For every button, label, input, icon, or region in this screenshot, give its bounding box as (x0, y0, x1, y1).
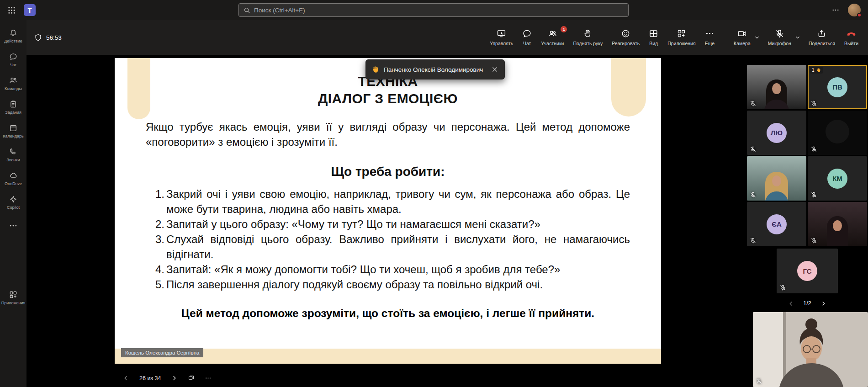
raise-hand-button[interactable]: Поднять руку (569, 26, 607, 49)
microphone-button[interactable]: Микрофон (764, 26, 795, 49)
sidebar-item-onedrive[interactable]: OneDrive (0, 166, 26, 190)
search-input[interactable] (254, 7, 624, 14)
participant-tile-raised-hand[interactable]: 1 ПВ (808, 65, 867, 109)
mic-muted-icon (775, 29, 784, 38)
mic-muted-icon (750, 146, 757, 153)
participant-initials: ЛЮ (767, 123, 787, 143)
slide-grid-icon[interactable] (188, 375, 195, 382)
toast-close-icon[interactable] (490, 65, 499, 74)
apps-button[interactable]: Приложения (663, 26, 699, 49)
previous-page-icon[interactable] (788, 301, 794, 307)
slide-step: Після завершення діалогу подякуй своєму … (157, 277, 630, 292)
mic-muted-icon (779, 284, 786, 291)
search-icon (243, 7, 250, 14)
participants-panel: 1 ПВ ЛЮ КМ (746, 55, 868, 387)
participant-initials: КМ (827, 169, 847, 189)
leave-button[interactable]: Выйти (840, 26, 863, 49)
mic-muted-icon (810, 237, 817, 244)
mic-muted-icon (750, 237, 757, 244)
slide-step: Запитай: «Як я можу допомогти тобі? Що т… (157, 262, 630, 277)
sidebar-item-apps[interactable]: Приложения (0, 286, 26, 309)
calls-icon (9, 147, 18, 156)
participant-tile[interactable]: ЄА (747, 202, 806, 246)
camera-button[interactable]: Камера (730, 26, 755, 49)
chat-button[interactable]: Чат (518, 26, 536, 49)
react-button[interactable]: Реагировать (608, 26, 644, 49)
mic-muted-icon (810, 191, 817, 198)
shared-content-stage: ТЕХНІКА ДІАЛОГ З ЕМОЦІЄЮ Якщо турбує яка… (26, 55, 746, 387)
sidebar-item-calendar[interactable]: Календарь (0, 119, 26, 143)
mic-muted-icon (810, 100, 817, 107)
camera-icon (737, 29, 747, 38)
mic-muted-icon (810, 146, 817, 153)
slide-step: Слухай відповіді цього образу. Важливо п… (157, 232, 630, 262)
sidebar-item-teams[interactable]: Команды (0, 71, 26, 95)
participant-tile[interactable] (808, 111, 867, 155)
participant-tile[interactable]: КМ (808, 156, 867, 201)
shield-icon (34, 33, 42, 42)
app-launcher-icon[interactable] (0, 6, 23, 14)
participants-button[interactable]: 1 Участники (537, 26, 568, 49)
sidebar-item-more[interactable] (0, 214, 26, 238)
grid-pagination: 1/2 (746, 300, 868, 307)
sidebar-item-assignments[interactable]: Задания (0, 95, 26, 119)
page-indicator: 1/2 (803, 300, 811, 307)
presentation-slide: ТЕХНІКА ДІАЛОГ З ЕМОЦІЄЮ Якщо турбує яка… (115, 58, 661, 364)
share-button[interactable]: Поделиться (804, 26, 839, 49)
sidebar-item-calls[interactable]: Звонки (0, 143, 26, 166)
self-video-tile[interactable] (753, 312, 868, 387)
participant-tile[interactable] (747, 156, 806, 201)
calendar-icon (9, 123, 18, 133)
meeting-toolbar: 56:53 Управлять Чат 1 Участники Поднять … (26, 20, 868, 55)
slide-more-icon[interactable] (205, 375, 212, 382)
slide-navigation: 26 из 34 (122, 375, 212, 382)
previous-slide-icon[interactable] (122, 375, 129, 382)
view-icon (649, 29, 658, 38)
participant-initials: ПВ (827, 77, 847, 97)
slide-steps-list: Закрий очі і уяви свою емоцію, наприклад… (157, 186, 630, 292)
titlebar-more-icon[interactable] (831, 6, 840, 14)
hang-up-icon (847, 29, 856, 38)
teams-icon (9, 76, 18, 85)
sidebar-item-copilot[interactable]: Copilot (0, 190, 26, 214)
participant-tile[interactable]: ГС (777, 249, 838, 293)
assignments-icon (9, 100, 18, 109)
slide-subtitle: Що треба робити: (146, 164, 630, 179)
sidebar-item-activity[interactable]: Действие (0, 24, 26, 48)
mic-chevron-down-icon[interactable] (794, 34, 801, 41)
presence-status-dot (857, 13, 862, 17)
people-icon (548, 29, 557, 38)
more-icon (705, 29, 715, 38)
next-slide-icon[interactable] (171, 375, 178, 382)
participants-badge: 1 (561, 26, 567, 32)
chat-icon (9, 52, 18, 61)
user-avatar[interactable] (848, 4, 861, 16)
raised-hand-icon (371, 65, 379, 74)
sidebar-item-chat[interactable]: Чат (0, 48, 26, 71)
app-rail: Действие Чат Команды Задания Календарь З… (0, 20, 26, 387)
video-grid: 1 ПВ ЛЮ КМ (747, 65, 867, 246)
slide-step: Закрий очі і уяви свою емоцію, наприклад… (157, 186, 630, 217)
bell-icon (9, 28, 18, 37)
participant-tile[interactable] (808, 202, 867, 246)
share-icon (817, 29, 826, 38)
participant-tile[interactable]: ЛЮ (747, 111, 806, 155)
react-icon (621, 29, 630, 38)
participant-tile[interactable] (747, 65, 806, 109)
manage-button[interactable]: Управлять (486, 26, 517, 49)
raise-hand-icon (583, 29, 593, 38)
view-button[interactable]: Вид (645, 26, 662, 49)
meeting-timer: 56:53 (34, 33, 62, 42)
camera-chevron-down-icon[interactable] (754, 34, 760, 41)
raised-hand-icon (816, 68, 821, 73)
mic-muted-icon (750, 191, 757, 198)
chat-icon (522, 29, 532, 38)
manage-icon (497, 29, 506, 38)
presenter-name-tag: Кошель Олександра Сергіївна (121, 348, 203, 357)
more-icon (9, 221, 18, 230)
search-box[interactable] (238, 3, 629, 17)
more-button[interactable]: Еще (701, 26, 719, 49)
next-page-icon[interactable] (820, 301, 826, 307)
raised-hand-toast: Панченко Олексій Володимирович (365, 59, 505, 80)
onedrive-icon (9, 171, 18, 180)
